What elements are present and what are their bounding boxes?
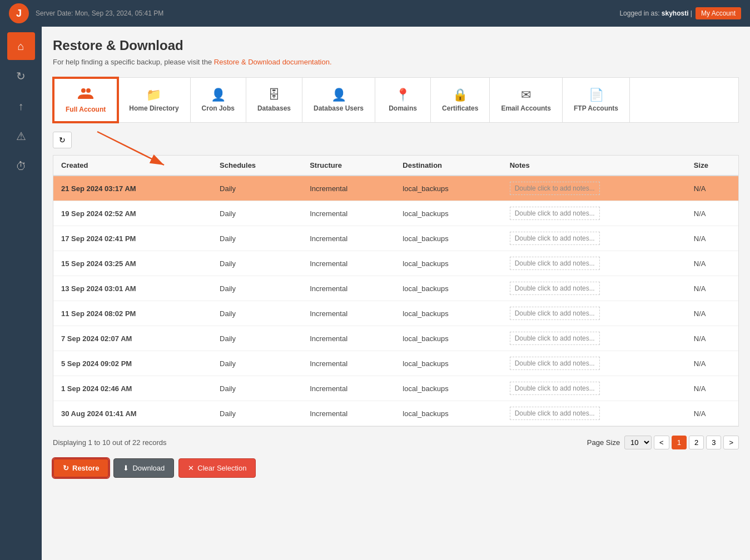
tab-ftp-accounts-label: FTP Accounts	[574, 104, 618, 112]
clear-icon: ✕	[188, 464, 194, 472]
col-schedules: Schedules	[212, 156, 302, 176]
cell-schedules: Daily	[212, 201, 302, 226]
notes-editable[interactable]: Double click to add notes...	[510, 257, 600, 270]
table-row[interactable]: 17 Sep 2024 02:41 PM Daily Incremental l…	[53, 226, 738, 251]
notes-editable[interactable]: Double click to add notes...	[510, 332, 600, 345]
cell-size: N/A	[686, 176, 738, 201]
table-row[interactable]: 13 Sep 2024 03:01 AM Daily Incremental l…	[53, 276, 738, 301]
cell-notes[interactable]: Double click to add notes...	[502, 276, 686, 301]
cell-notes[interactable]: Double click to add notes...	[502, 176, 686, 201]
database-users-icon: 👤	[331, 88, 346, 102]
cell-notes[interactable]: Double click to add notes...	[502, 251, 686, 276]
notes-editable[interactable]: Double click to add notes...	[510, 307, 600, 320]
cell-created: 11 Sep 2024 08:02 PM	[53, 301, 212, 326]
notes-editable[interactable]: Double click to add notes...	[510, 357, 600, 370]
my-account-button[interactable]: My Account	[696, 7, 741, 19]
tab-certificates-label: Certificates	[442, 104, 478, 112]
cell-notes[interactable]: Double click to add notes...	[502, 301, 686, 326]
cell-schedules: Daily	[212, 176, 302, 201]
cell-created: 1 Sep 2024 02:46 AM	[53, 376, 212, 401]
cell-notes[interactable]: Double click to add notes...	[502, 201, 686, 226]
help-link[interactable]: Restore & Download documentation.	[214, 58, 332, 66]
server-date: Server Date: Mon, Sep 23, 2024, 05:41 PM	[36, 9, 619, 17]
download-button[interactable]: ⬇ Download	[113, 458, 174, 478]
sidebar-item-schedule[interactable]: ⏱	[7, 152, 35, 180]
top-bar: J Server Date: Mon, Sep 23, 2024, 05:41 …	[0, 0, 750, 27]
table-row[interactable]: 1 Sep 2024 02:46 AM Daily Incremental lo…	[53, 376, 738, 401]
tab-home-directory[interactable]: 📁 Home Directory	[118, 78, 190, 122]
tab-full-account[interactable]: Full Account	[53, 78, 118, 122]
cell-size: N/A	[686, 226, 738, 251]
page-size-label: Page Size	[587, 438, 620, 447]
restore-icon: ↻	[63, 464, 69, 472]
tab-databases[interactable]: 🗄 Databases	[246, 78, 302, 122]
cell-notes[interactable]: Double click to add notes...	[502, 326, 686, 351]
tab-cron-jobs[interactable]: 👤 Cron Jobs	[191, 78, 246, 122]
clear-selection-button[interactable]: ✕ Clear Selection	[178, 458, 256, 478]
restore-button[interactable]: ↻ Restore	[53, 458, 109, 478]
table-row[interactable]: 30 Aug 2024 01:41 AM Daily Incremental l…	[53, 401, 738, 426]
cron-jobs-icon: 👤	[211, 88, 226, 102]
cell-size: N/A	[686, 351, 738, 376]
notes-editable[interactable]: Double click to add notes...	[510, 207, 600, 220]
notes-editable[interactable]: Double click to add notes...	[510, 382, 600, 395]
page-title: Restore & Download	[53, 38, 739, 53]
sidebar-item-upload[interactable]: ↑	[7, 92, 35, 120]
cell-notes[interactable]: Double click to add notes...	[502, 376, 686, 401]
tabs-container: Full Account 📁 Home Directory 👤 Cron Job…	[53, 77, 739, 123]
home-directory-icon: 📁	[146, 88, 161, 102]
page-3-button[interactable]: 3	[706, 436, 721, 449]
tab-email-accounts[interactable]: ✉ Email Accounts	[490, 78, 563, 122]
records-info: Displaying 1 to 10 out of 22 records	[53, 438, 167, 447]
notes-editable[interactable]: Double click to add notes...	[510, 182, 600, 195]
table-row[interactable]: 15 Sep 2024 03:25 AM Daily Incremental l…	[53, 251, 738, 276]
sidebar-item-warning[interactable]: ⚠	[7, 122, 35, 150]
help-text: For help finding a specific backup, plea…	[53, 58, 739, 66]
cell-structure: Incremental	[302, 326, 395, 351]
cell-notes[interactable]: Double click to add notes...	[502, 226, 686, 251]
domains-icon: 📍	[395, 88, 410, 102]
cell-schedules: Daily	[212, 226, 302, 251]
cell-destination: local_backups	[395, 251, 501, 276]
cell-structure: Incremental	[302, 376, 395, 401]
main-content: Restore & Download For help finding a sp…	[42, 27, 750, 560]
cell-structure: Incremental	[302, 176, 395, 201]
full-account-icon	[78, 87, 93, 103]
page-1-button[interactable]: 1	[672, 436, 687, 449]
page-2-button[interactable]: 2	[689, 436, 704, 449]
cell-destination: local_backups	[395, 326, 501, 351]
cell-created: 5 Sep 2024 09:02 PM	[53, 351, 212, 376]
username: skyhosti	[662, 9, 689, 17]
table-row[interactable]: 21 Sep 2024 03:17 AM Daily Incremental l…	[53, 176, 738, 201]
cell-structure: Incremental	[302, 401, 395, 426]
cell-size: N/A	[686, 401, 738, 426]
table-row[interactable]: 5 Sep 2024 09:02 PM Daily Incremental lo…	[53, 351, 738, 376]
notes-editable[interactable]: Double click to add notes...	[510, 232, 600, 245]
cell-destination: local_backups	[395, 351, 501, 376]
cell-schedules: Daily	[212, 351, 302, 376]
email-accounts-icon: ✉	[521, 88, 531, 102]
notes-editable[interactable]: Double click to add notes...	[510, 407, 600, 420]
page-next-button[interactable]: >	[723, 436, 739, 449]
notes-editable[interactable]: Double click to add notes...	[510, 282, 600, 295]
tab-full-account-label: Full Account	[66, 106, 106, 113]
table-row[interactable]: 19 Sep 2024 02:52 AM Daily Incremental l…	[53, 201, 738, 226]
refresh-button[interactable]: ↻	[53, 132, 72, 148]
tab-ftp-accounts[interactable]: 📄 FTP Accounts	[563, 78, 630, 122]
table-row[interactable]: 11 Sep 2024 08:02 PM Daily Incremental l…	[53, 301, 738, 326]
cell-notes[interactable]: Double click to add notes...	[502, 351, 686, 376]
tab-domains[interactable]: 📍 Domains	[375, 78, 431, 122]
tab-database-users[interactable]: 👤 Database Users	[302, 78, 375, 122]
cell-notes[interactable]: Double click to add notes...	[502, 401, 686, 426]
cell-size: N/A	[686, 376, 738, 401]
page-prev-button[interactable]: <	[654, 436, 669, 449]
cell-destination: local_backups	[395, 201, 501, 226]
databases-icon: 🗄	[268, 88, 280, 102]
sidebar-item-restore[interactable]: ↻	[7, 62, 35, 90]
cell-schedules: Daily	[212, 276, 302, 301]
sidebar-item-home[interactable]: ⌂	[7, 32, 35, 60]
tab-certificates[interactable]: 🔒 Certificates	[431, 78, 490, 122]
table-row[interactable]: 7 Sep 2024 02:07 AM Daily Incremental lo…	[53, 326, 738, 351]
cell-size: N/A	[686, 251, 738, 276]
page-size-select[interactable]: 10 25 50	[624, 436, 652, 449]
